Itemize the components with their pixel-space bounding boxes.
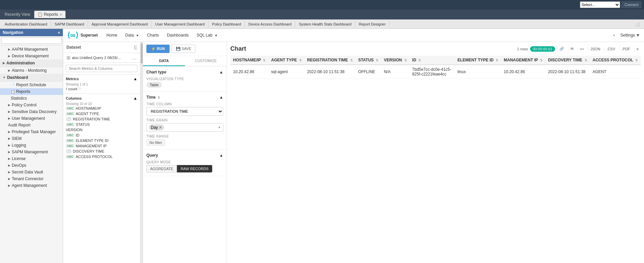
col-header-status[interactable]: STATUS ⇅: [356, 56, 381, 65]
nav-dashboards[interactable]: Dashboards: [164, 32, 192, 39]
tab-recently-view[interactable]: Recently View: [1, 11, 34, 18]
connect-button[interactable]: Connect: [622, 1, 641, 8]
sidebar-collapse-icon[interactable]: «: [58, 30, 60, 35]
sidebar-item-aapm[interactable]: ▶ AAPM Management: [0, 46, 63, 53]
sidebar-item-sapm-mgmt[interactable]: ▶ SAPM Management: [0, 149, 63, 155]
sidebar-section-dashboard[interactable]: ▼ Dashboard: [0, 74, 63, 82]
col-header-element-type-id[interactable]: ELEMENT TYPE ID ⇅: [455, 56, 501, 65]
chart-builder: Dataset ⟨| ⊞ aioc.Untitled Query 2 08/26…: [63, 42, 644, 263]
sidebar-items: ▶ AAPM Management ▶ Device Management ▶ …: [0, 45, 63, 190]
col-header-reg-time[interactable]: REGISTRATION TIME ⇅: [305, 56, 356, 65]
save-button[interactable]: 💾 SAVE: [172, 45, 196, 53]
chevron-up-icon[interactable]: ▲: [133, 96, 137, 101]
secondary-tab-device-access[interactable]: Device Access Dashboard: [245, 21, 295, 28]
sidebar-item-alarms[interactable]: ▶ Alarms - Monitoring: [0, 67, 63, 74]
plus-button[interactable]: +: [610, 32, 617, 39]
sidebar-item-policy[interactable]: ▶ Policy Control: [0, 102, 63, 108]
sidebar-item-logging[interactable]: ▶ Logging: [0, 142, 63, 149]
sidebar-item-license[interactable]: ▶ License: [0, 155, 63, 162]
tab-reports[interactable]: 📋 Reports ✕: [34, 11, 65, 18]
sidebar-item-user-mgmt[interactable]: ▶ User Management: [0, 115, 63, 122]
aggregate-button[interactable]: AGGREGATE: [146, 165, 177, 172]
tab-customize[interactable]: CUSTOMIZE: [185, 56, 227, 66]
column-hostname: ABC HOSTNAME/IP: [66, 106, 137, 111]
secondary-tab-usermgmt[interactable]: User Management Dashboard: [152, 21, 208, 28]
nav-home[interactable]: Home: [103, 32, 121, 39]
col-header-agent-type[interactable]: AGENT TYPE ⇅: [268, 56, 304, 65]
sidebar-item-siem[interactable]: ▶ SIEM: [0, 135, 63, 142]
expand-icon[interactable]: ⬜: [632, 20, 643, 28]
sidebar-section-admin[interactable]: ▶ Administration: [0, 59, 63, 67]
sidebar-item-device-mgmt[interactable]: ▶ Device Management: [0, 53, 63, 59]
time-grain-tag: Day ✕: [149, 124, 164, 130]
table-cell-management_ip: 10.20.42.86: [501, 65, 545, 79]
time-range-filter[interactable]: No filter: [146, 139, 165, 146]
raw-records-button[interactable]: RAW RECORDS: [177, 165, 212, 172]
dataset-scrollbar[interactable]: [140, 42, 143, 263]
tag-close-icon[interactable]: ✕: [159, 125, 162, 130]
sidebar-item-audit[interactable]: Audit Report: [0, 122, 63, 128]
vis-type-chip[interactable]: Table: [146, 82, 162, 88]
time-column-select[interactable]: REGISTRATION TIME: [146, 107, 223, 116]
result-actions: 1 rows 00:00:00.63 🔗 ✉ <> JSON .CSV .PDF…: [517, 46, 641, 52]
pdf-button[interactable]: .PDF: [619, 46, 632, 52]
time-section-header[interactable]: Time ℹ ▲: [146, 95, 223, 100]
sidebar-item-label: Reports: [16, 89, 30, 94]
mail-button[interactable]: ✉: [568, 46, 576, 52]
sidebar-item-agent-mgmt[interactable]: ▶ Agent Management: [0, 182, 63, 189]
collapse-dataset-button[interactable]: ⟨|: [134, 45, 137, 50]
json-button[interactable]: JSON: [588, 46, 602, 52]
sidebar-item-label: License: [12, 156, 26, 161]
sidebar-item-statistics[interactable]: Statistics: [0, 95, 63, 102]
chart-type-header[interactable]: Chart type ▲: [146, 70, 223, 74]
col-header-discovery-time[interactable]: DISCOVERY TIME ⇅: [545, 56, 590, 65]
tab-data[interactable]: DATA: [143, 56, 185, 66]
col-header-management-ip[interactable]: MANAGEMENT IP ⇅: [501, 56, 545, 65]
csv-button[interactable]: .CSV: [604, 46, 617, 52]
secondary-tab-report-designer[interactable]: Report Designer: [356, 21, 389, 28]
dataset-selector[interactable]: ⊞ aioc.Untitled Query 2 08/26/... …: [63, 53, 140, 63]
code-button[interactable]: <>: [578, 46, 586, 52]
secondary-tab-policy[interactable]: Policy Dashboard: [209, 21, 245, 28]
column-agent-type: ABC AGENT TYPE: [66, 111, 137, 116]
settings-button[interactable]: Settings ▼: [620, 33, 640, 38]
dataset-menu-icon[interactable]: …: [132, 55, 137, 60]
col-header-id[interactable]: ID ⇅: [410, 56, 455, 65]
secondary-tab-approval[interactable]: Approval Management Dashboard: [88, 21, 152, 28]
table-cell-reg_time: 2022-08-10 11:51:38: [305, 65, 356, 79]
run-button[interactable]: ⚡ RUN: [146, 45, 170, 53]
sidebar-search-input[interactable]: [1, 38, 61, 44]
close-tab-icon[interactable]: ✕: [59, 13, 62, 16]
sidebar-item-sensitive-data[interactable]: ▶ Sensitive Data Discovery: [0, 108, 63, 115]
query-section-header[interactable]: Query ▲: [146, 153, 223, 158]
col-name: VERSION: [66, 128, 83, 132]
time-grain-select[interactable]: Day ✕ ▼: [146, 123, 223, 132]
sidebar-item-report-schedule[interactable]: 📄 Report Schedule: [0, 82, 63, 88]
chevron-up-icon[interactable]: ▲: [133, 76, 137, 81]
col-header-version[interactable]: VERSION ⇅: [381, 56, 409, 65]
secondary-tab-auth[interactable]: Authentication Dashboard: [1, 21, 51, 28]
secondary-tab-sapm[interactable]: SAPM Dashboard: [51, 21, 88, 28]
link-button[interactable]: 🔗: [557, 46, 566, 52]
nav-charts[interactable]: Charts: [144, 32, 162, 39]
sidebar-item-reports[interactable]: 📋 Reports: [0, 88, 63, 95]
dataset-name: aioc.Untitled Query 2 08/26/...: [72, 56, 131, 60]
more-actions-button[interactable]: ≡: [634, 46, 641, 52]
search-metrics-input[interactable]: [66, 65, 137, 72]
sidebar-item-label: AAPM Management: [12, 47, 48, 52]
col-header-hostname[interactable]: HOSTNAME/IP ⇅: [230, 56, 268, 65]
chevron-icon: ▶: [3, 61, 5, 65]
sidebar-item-tenant[interactable]: ▶ Tenant Connector: [0, 175, 63, 182]
table-cell-discovery_time: 2022-08-10 11:51:38: [545, 65, 590, 79]
col-header-access-protocol[interactable]: ACCESS PROTOCOL ⇅: [590, 56, 641, 65]
sidebar-section-label: Dashboard: [7, 75, 28, 80]
sidebar-item-label: Secret Data Vault: [12, 170, 43, 174]
secondary-tab-health-stats[interactable]: System Health Stats Dashboard: [295, 21, 355, 28]
nav-data[interactable]: Data ▼: [122, 32, 142, 39]
search-metrics-container: [63, 63, 140, 74]
sidebar-item-secret-data[interactable]: ▶ Secret Data Vault: [0, 169, 63, 175]
sidebar-item-devops[interactable]: ▶ DevOps: [0, 162, 63, 169]
sidebar-item-privileged[interactable]: ▶ Privileged Task Manager: [0, 128, 63, 135]
nav-sql-lab[interactable]: SQL Lab ▼: [193, 32, 221, 39]
select-dropdown[interactable]: Select...: [580, 1, 620, 8]
